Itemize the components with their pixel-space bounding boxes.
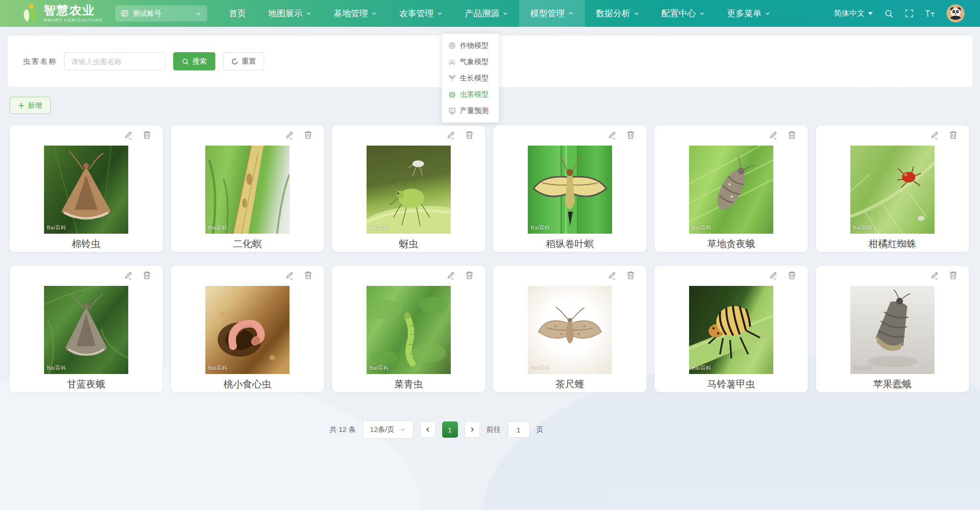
- pest-image[interactable]: Bai百科: [528, 286, 612, 374]
- cabbage-worm-illustration: [367, 286, 451, 374]
- nav-item-map[interactable]: 地图展示: [257, 0, 323, 27]
- edit-icon[interactable]: [285, 271, 294, 280]
- moth-illustration: [44, 146, 128, 234]
- image-watermark: Bai百科: [369, 364, 389, 372]
- delete-icon[interactable]: [626, 130, 635, 139]
- nav-item-model[interactable]: 模型管理: [519, 0, 585, 27]
- model-dropdown-menu: 作物模型 气象模型 生长模型 虫害模型 产量预测: [442, 34, 499, 123]
- nav-item-more[interactable]: 更多菜单: [716, 0, 781, 27]
- menu-item-yield-forecast[interactable]: 产量预测: [442, 102, 499, 119]
- edit-icon[interactable]: [446, 130, 456, 139]
- reset-button[interactable]: 重置: [223, 52, 264, 70]
- pest-card: Bai百科 草地贪夜蛾: [655, 125, 808, 252]
- pest-name: 草地贪夜蛾: [655, 238, 808, 250]
- font-size-icon[interactable]: [925, 10, 935, 17]
- pest-name-input[interactable]: [64, 52, 166, 70]
- pest-image[interactable]: Bai百科: [850, 146, 935, 234]
- account-icon: [121, 10, 129, 17]
- delete-icon[interactable]: [143, 130, 151, 139]
- edit-icon[interactable]: [608, 130, 617, 139]
- menu-item-crop-model[interactable]: 作物模型: [442, 37, 499, 54]
- armyworm-moth-illustration: [689, 146, 773, 234]
- pest-name: 苹果蠹蛾: [816, 378, 969, 391]
- main-nav: 首页 地图展示 基地管理 农事管理 产品溯源 模型管理 数据分析 配置中心: [218, 0, 781, 27]
- delete-icon[interactable]: [949, 130, 958, 139]
- nav-item-analysis[interactable]: 数据分析: [585, 0, 650, 27]
- page-size-select[interactable]: 12条/页: [363, 420, 413, 439]
- chevron-up-icon: [568, 11, 574, 16]
- chevron-down-icon: [306, 11, 312, 16]
- image-watermark: Bai百科: [208, 224, 227, 231]
- pest-image[interactable]: Bai百科: [689, 286, 773, 374]
- potato-beetle-illustration: [689, 286, 773, 374]
- pest-name: 甘蓝夜蛾: [10, 378, 163, 391]
- pest-image[interactable]: Bai百科: [689, 146, 773, 234]
- delete-icon[interactable]: [788, 130, 796, 139]
- geometrid-moth-illustration: [528, 286, 612, 374]
- pest-name: 菜青虫: [332, 378, 485, 391]
- menu-item-pest-model[interactable]: 虫害模型: [442, 86, 499, 102]
- account-selector[interactable]: 测试账号: [115, 5, 207, 22]
- fullscreen-icon[interactable]: [905, 9, 913, 18]
- pest-name: 桃小食心虫: [171, 378, 324, 391]
- pest-card-grid: Bai百科 棉铃虫 Bai百科 二化螟: [10, 125, 970, 392]
- delete-icon[interactable]: [626, 271, 635, 280]
- edit-icon[interactable]: [608, 271, 617, 280]
- edit-icon[interactable]: [285, 130, 294, 139]
- pest-image[interactable]: Bai百科: [44, 146, 128, 234]
- image-watermark: Bai百科: [692, 364, 711, 372]
- delete-icon[interactable]: [304, 130, 312, 139]
- search-icon[interactable]: [884, 9, 893, 18]
- pest-card: Bai百科 蚜虫: [332, 125, 485, 252]
- image-watermark: Bai百科: [692, 224, 711, 231]
- edit-icon[interactable]: [769, 271, 778, 280]
- edit-icon[interactable]: [124, 271, 133, 280]
- add-button[interactable]: 新增: [10, 97, 51, 114]
- image-watermark: Bai百科: [853, 224, 872, 231]
- delete-icon[interactable]: [304, 271, 312, 280]
- nav-item-farming[interactable]: 农事管理: [388, 0, 454, 27]
- language-selector[interactable]: 简体中文: [834, 9, 873, 19]
- edit-icon[interactable]: [930, 130, 939, 139]
- pest-image[interactable]: Bai百科: [367, 286, 451, 374]
- menu-item-growth-model[interactable]: 生长模型: [442, 70, 499, 86]
- delete-icon[interactable]: [465, 271, 474, 280]
- pest-image[interactable]: Bai百科: [367, 146, 451, 234]
- user-avatar[interactable]: [947, 4, 965, 23]
- nav-item-home[interactable]: 首页: [218, 0, 257, 27]
- image-watermark: Bai百科: [531, 224, 550, 231]
- cabbage-moth-illustration: [44, 286, 128, 374]
- pest-card: Bai百科 二化螟: [171, 125, 324, 252]
- menu-item-weather-model[interactable]: 气象模型: [442, 54, 499, 70]
- search-button[interactable]: 搜索: [173, 52, 215, 70]
- pest-name: 柑橘红蜘蛛: [816, 238, 969, 250]
- pest-image[interactable]: Bai百科: [528, 146, 612, 234]
- next-page-button[interactable]: [465, 421, 480, 438]
- app-subtitle: SMART AGRICULTURE: [44, 18, 103, 23]
- chevron-down-icon: [400, 427, 406, 432]
- pest-card: Bai百科 稻纵卷叶螟: [493, 125, 646, 252]
- edit-icon[interactable]: [124, 130, 133, 139]
- prev-page-button[interactable]: [420, 421, 435, 438]
- pest-image[interactable]: Bai百科: [205, 286, 290, 374]
- nav-item-config[interactable]: 配置中心: [650, 0, 716, 27]
- pest-image[interactable]: Bai百科: [205, 146, 290, 234]
- nav-item-traceability[interactable]: 产品溯源: [454, 0, 519, 27]
- edit-icon[interactable]: [446, 271, 456, 280]
- fruit-borer-larva-illustration: [205, 286, 290, 374]
- aphid-illustration: [367, 146, 451, 234]
- chevron-down-icon: [371, 11, 377, 16]
- total-count: 共 12 条: [329, 425, 356, 434]
- delete-icon[interactable]: [949, 271, 958, 280]
- delete-icon[interactable]: [143, 271, 151, 280]
- delete-icon[interactable]: [465, 130, 474, 139]
- account-name: 测试账号: [133, 9, 161, 18]
- edit-icon[interactable]: [769, 130, 778, 139]
- pest-image[interactable]: Bai百科: [44, 286, 128, 374]
- goto-page-input[interactable]: [508, 421, 530, 438]
- nav-item-base[interactable]: 基地管理: [323, 0, 388, 27]
- edit-icon[interactable]: [930, 271, 939, 280]
- pest-image[interactable]: Bai百科: [850, 286, 935, 374]
- page-number-1[interactable]: 1: [442, 421, 458, 438]
- delete-icon[interactable]: [788, 271, 796, 280]
